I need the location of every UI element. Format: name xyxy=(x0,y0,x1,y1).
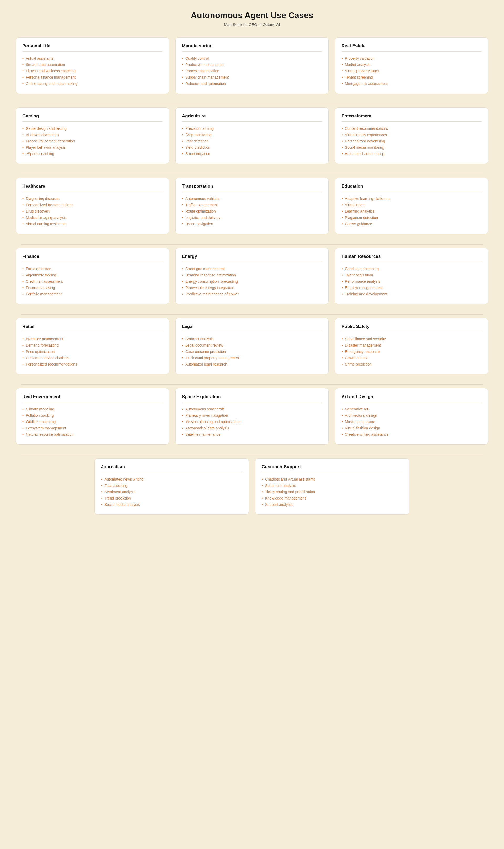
list-item: Talent acquisition xyxy=(342,272,482,278)
list-item: Logistics and delivery xyxy=(182,214,322,221)
card-list-real-estate: Property valuationMarket analysisVirtual… xyxy=(342,55,482,87)
list-item: Procedural content generation xyxy=(22,138,162,144)
card-gaming: GamingGame design and testingAI-driven c… xyxy=(16,107,169,164)
list-item: Knowledge management xyxy=(262,495,403,501)
list-item: Disaster management xyxy=(342,342,482,348)
list-item: Personalized recommendations xyxy=(22,361,162,367)
list-item: Demand response optimization xyxy=(182,272,322,278)
card-personal-life: Personal LifeVirtual assistantsSmart hom… xyxy=(16,37,169,94)
list-item: Virtual property tours xyxy=(342,68,482,74)
card-title-education: Education xyxy=(342,184,482,192)
list-item: Smart irrigation xyxy=(182,151,322,157)
list-item: Virtual reality experiences xyxy=(342,132,482,138)
card-title-agriculture: Agriculture xyxy=(182,114,322,122)
card-journalism: JournalismAutomated news writingFact-che… xyxy=(94,458,249,515)
list-item: Sentiment analysis xyxy=(101,489,242,495)
row-connector xyxy=(21,311,483,318)
list-item: Social media monitoring xyxy=(342,144,482,151)
list-item: Emergency response xyxy=(342,348,482,355)
list-item: Social media analysis xyxy=(101,501,242,508)
list-item: Inventory management xyxy=(22,336,162,342)
row-connector xyxy=(21,170,483,178)
card-list-journalism: Automated news writingFact-checkingSenti… xyxy=(101,476,242,508)
list-item: Personal finance management xyxy=(22,74,162,81)
list-item: Personalized advertising xyxy=(342,138,482,144)
list-item: Learning analytics xyxy=(342,208,482,214)
page-title: Autonomous Agent Use Cases xyxy=(16,11,488,20)
list-item: Surveillance and security xyxy=(342,336,482,342)
list-item: AI-driven characters xyxy=(22,132,162,138)
list-item: Demand forecasting xyxy=(22,342,162,348)
list-item: Price optimization xyxy=(22,348,162,355)
card-title-real-estate: Real Estate xyxy=(342,44,482,52)
list-item: Virtual nursing assistants xyxy=(22,221,162,227)
list-item: Planetary rover navigation xyxy=(182,412,322,419)
list-item: Game design and testing xyxy=(22,125,162,132)
card-title-legal: Legal xyxy=(182,324,322,332)
card-list-legal: Contract analysisLegal document reviewCa… xyxy=(182,336,322,367)
card-entertainment: EntertainmentContent recommendationsVirt… xyxy=(335,107,488,164)
card-list-healthcare: Diagnosing diseasesPersonalized treatmen… xyxy=(22,195,162,227)
list-item: Online dating and matchmaking xyxy=(22,81,162,87)
list-item: Smart home automation xyxy=(22,62,162,68)
page-subtitle: Matt Schlicht, CEO of Octane AI xyxy=(16,22,488,27)
list-item: Fact-checking xyxy=(101,482,242,489)
list-item: Pest detection xyxy=(182,138,322,144)
list-item: Crowd control xyxy=(342,355,482,361)
card-customer-support: Customer SupportChatbots and virtual ass… xyxy=(255,458,410,515)
card-list-transportation: Autonomous vehiclesTraffic managementRou… xyxy=(182,195,322,227)
list-item: Yield prediction xyxy=(182,144,322,151)
card-title-public-safety: Public Safety xyxy=(342,324,482,332)
list-item: Virtual tutors xyxy=(342,202,482,208)
list-item: Medical imaging analysis xyxy=(22,214,162,221)
list-item: eSports coaching xyxy=(22,151,162,157)
card-art-and-design: Art and DesignGenerative artArchitectura… xyxy=(335,388,488,445)
list-item: Pollution tracking xyxy=(22,412,162,419)
card-list-space-exploration: Autonomous spacecraftPlanetary rover nav… xyxy=(182,406,322,437)
card-title-gaming: Gaming xyxy=(22,114,162,122)
card-title-entertainment: Entertainment xyxy=(342,114,482,122)
list-item: Performance analysis xyxy=(342,278,482,284)
list-item: Plagiarism detection xyxy=(342,214,482,221)
list-item: Climate modeling xyxy=(22,406,162,412)
list-item: Generative art xyxy=(342,406,482,412)
list-item: Mission planning and optimization xyxy=(182,419,322,425)
card-title-retail: Retail xyxy=(22,324,162,332)
row-connector xyxy=(21,381,483,388)
card-list-human-resources: Candidate screeningTalent acquisitionPer… xyxy=(342,266,482,297)
card-healthcare: HealthcareDiagnosing diseasesPersonalize… xyxy=(16,178,169,234)
page-header: Autonomous Agent Use Cases Matt Schlicht… xyxy=(16,11,488,27)
card-transportation: TransportationAutonomous vehiclesTraffic… xyxy=(175,178,329,234)
list-item: Market analysis xyxy=(342,62,482,68)
list-item: Portfolio management xyxy=(22,291,162,297)
card-title-personal-life: Personal Life xyxy=(22,44,162,52)
card-title-journalism: Journalism xyxy=(101,464,242,472)
list-item: Route optimization xyxy=(182,208,322,214)
card-real-estate: Real EstateProperty valuationMarket anal… xyxy=(335,37,488,94)
list-item: Algorithmic trading xyxy=(22,272,162,278)
list-item: Sentiment analysis xyxy=(262,482,403,489)
list-item: Automated news writing xyxy=(101,476,242,482)
grid-row-row3: HealthcareDiagnosing diseasesPersonalize… xyxy=(16,178,488,234)
list-item: Financial advising xyxy=(22,284,162,291)
list-item: Predictive maintenance of power xyxy=(182,291,322,297)
list-item: Renewable energy integration xyxy=(182,284,322,291)
list-item: Robotics and automation xyxy=(182,81,322,87)
card-agriculture: AgriculturePrecision farmingCrop monitor… xyxy=(175,107,329,164)
list-item: Case outcome prediction xyxy=(182,348,322,355)
card-title-energy: Energy xyxy=(182,254,322,262)
card-retail: RetailInventory managementDemand forecas… xyxy=(16,318,169,375)
row-connector xyxy=(21,451,483,458)
list-item: Ecosystem management xyxy=(22,425,162,431)
card-title-customer-support: Customer Support xyxy=(262,464,403,472)
card-title-manufacturing: Manufacturing xyxy=(182,44,322,52)
card-list-retail: Inventory managementDemand forecastingPr… xyxy=(22,336,162,367)
list-item: Supply chain management xyxy=(182,74,322,81)
card-finance: FinanceFraud detectionAlgorithmic tradin… xyxy=(16,248,169,304)
list-item: Virtual assistants xyxy=(22,55,162,62)
list-item: Player behavior analysis xyxy=(22,144,162,151)
list-item: Precision farming xyxy=(182,125,322,132)
list-item: Personalized treatment plans xyxy=(22,202,162,208)
card-title-finance: Finance xyxy=(22,254,162,262)
card-list-manufacturing: Quality controlPredictive maintenancePro… xyxy=(182,55,322,87)
